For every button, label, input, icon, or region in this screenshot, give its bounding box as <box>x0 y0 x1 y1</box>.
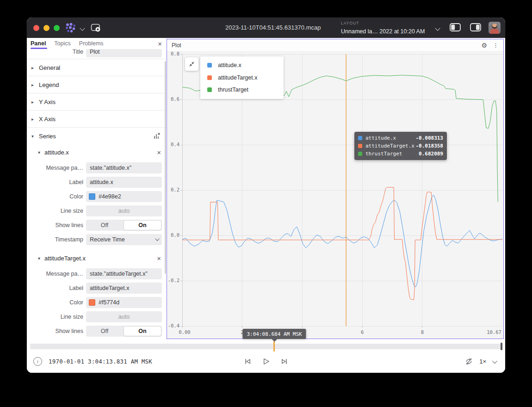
panel-menu-kebab-icon[interactable] <box>493 42 499 49</box>
sidebar-close-icon[interactable] <box>158 40 162 47</box>
chevron-down-icon <box>38 150 44 155</box>
add-panel-icon[interactable] <box>91 23 101 32</box>
y-axis-tick-label: 0.2 <box>171 187 179 192</box>
section-general[interactable]: General <box>27 59 167 76</box>
show-lines-on-button[interactable]: On <box>124 327 161 336</box>
layout-chevron-icon[interactable] <box>435 25 440 31</box>
show-lines-off-button[interactable]: Off <box>86 326 123 337</box>
show-lines-toggle: Off On <box>86 220 162 231</box>
tooltip-swatch <box>358 152 362 156</box>
plot-panel-title: Plot <box>172 42 181 49</box>
line-size-input[interactable] <box>86 311 162 322</box>
x-axis-tick-label: 6 <box>361 329 364 335</box>
legend-swatch <box>207 75 212 80</box>
legend-item-attitude-x[interactable]: attitude.x <box>200 59 284 72</box>
scrubber-hover-marker <box>273 341 275 352</box>
plot-panel-header[interactable]: Plot <box>167 39 503 51</box>
playback-scrubber[interactable] <box>30 344 503 349</box>
current-timestamp[interactable]: 1970-01-01 3:04:13.831 AM MSK <box>49 358 152 365</box>
y-axis-labels: 0.80.60.40.20.0-0.2-0.4 <box>167 54 180 326</box>
chevron-right-icon <box>31 65 38 70</box>
section-y-axis[interactable]: Y Axis <box>27 93 167 110</box>
panel-title-input[interactable] <box>86 49 162 57</box>
message-path-input[interactable] <box>86 162 162 173</box>
sidebar-tab-bar: Panel Topics Problems <box>27 38 167 49</box>
foxglove-logo-icon[interactable] <box>65 23 77 33</box>
section-legend[interactable]: Legend <box>27 76 167 93</box>
tooltip-swatch <box>358 144 362 148</box>
legend-item-thrust-target[interactable]: thrustTarget <box>200 84 284 96</box>
settings-sidebar: Panel Topics Problems Title General Lege… <box>27 38 167 340</box>
remove-series-icon[interactable] <box>157 148 161 156</box>
chevron-down-icon <box>31 134 38 139</box>
show-lines-on-button[interactable]: On <box>124 221 161 230</box>
line-size-row: Line size <box>27 204 167 218</box>
message-path-input[interactable] <box>86 268 162 279</box>
label-input[interactable] <box>86 177 162 188</box>
play-button[interactable] <box>262 357 271 366</box>
series-attitude-x-header[interactable]: attitude.x <box>27 144 167 160</box>
chevron-down-icon <box>38 256 44 261</box>
color-picker[interactable]: #f5774d <box>86 297 162 308</box>
tooltip-row: attitudeTarget.x -0.018358 <box>358 142 443 150</box>
close-window-button[interactable] <box>33 25 39 31</box>
remove-series-icon[interactable] <box>157 254 161 262</box>
legend-swatch <box>207 87 212 92</box>
section-x-axis[interactable]: X Axis <box>27 110 167 127</box>
plot-legend: attitude.x attitudeTarget.x thrustTarget <box>200 56 284 99</box>
layout-selector[interactable]: LAYOUT Unnamed la… 2022 at 10:20 AM <box>341 19 425 35</box>
title-bar: 2023-11-10T04:51:45.631370.mcap LAYOUT U… <box>27 18 505 38</box>
timestamp-select[interactable]: Receive Time <box>86 234 162 245</box>
app-window: 2023-11-10T04:51:45.631370.mcap LAYOUT U… <box>27 18 505 373</box>
layout-eyebrow: LAYOUT <box>341 21 425 25</box>
minimize-window-button[interactable] <box>43 25 49 31</box>
speed-chevron-icon[interactable] <box>492 358 497 363</box>
plot-chart-area[interactable]: 0.80.60.40.20.0-0.2-0.4 0.00246810.67 at… <box>167 51 503 339</box>
sidebar-scroll-area: Title General Legend Y Axis X Axis <box>27 49 167 340</box>
loop-off-icon[interactable] <box>464 357 473 366</box>
legend-item-attitude-target-x[interactable]: attitudeTarget.x <box>200 72 284 84</box>
label-input[interactable] <box>86 283 162 294</box>
scrubber-playhead-marker[interactable] <box>501 343 502 350</box>
seek-backward-button[interactable] <box>243 357 252 366</box>
tooltip-row: thrustTarget 0.682089 <box>358 150 443 158</box>
series-attitude-target-x-header[interactable]: attitudeTarget.x <box>27 250 167 266</box>
playback-controls-row: 1970-01-01 3:04:13.831 AM MSK <box>27 350 505 373</box>
add-series-icon[interactable] <box>153 132 161 140</box>
avatar-face <box>492 24 497 29</box>
chevron-right-icon <box>31 99 38 105</box>
section-series[interactable]: Series <box>27 127 167 144</box>
playback-speed[interactable]: 1× <box>479 358 486 365</box>
sidebar-scrollbar[interactable] <box>165 61 166 274</box>
line-size-row: Line size <box>27 309 167 324</box>
color-swatch <box>89 193 95 200</box>
legend-collapse-button[interactable] <box>185 57 198 71</box>
show-lines-row: Show lines Off On <box>27 218 167 232</box>
tab-panel[interactable]: Panel <box>31 40 46 47</box>
x-axis-tick-label: 8 <box>421 329 424 335</box>
y-axis-tick-label: -0.4 <box>168 323 179 328</box>
playback-right-controls: 1× <box>464 357 499 366</box>
data-source-filename[interactable]: 2023-11-10T04:51:45.631370.mcap <box>225 24 321 31</box>
color-picker[interactable]: #4e98e2 <box>86 191 162 202</box>
transport-controls <box>243 357 289 366</box>
panel-settings-gear-icon[interactable] <box>481 42 487 49</box>
zoom-window-button[interactable] <box>54 25 60 31</box>
left-sidebar-toggle-icon[interactable] <box>450 23 461 31</box>
show-lines-off-button[interactable]: Off <box>86 220 123 231</box>
y-axis-tick-label: 0.8 <box>171 51 179 56</box>
color-row: Color #4e98e2 <box>27 189 167 204</box>
seek-forward-button[interactable] <box>280 357 289 366</box>
avatar-body <box>490 29 499 34</box>
right-sidebar-toggle-icon[interactable] <box>470 23 481 31</box>
line-size-input[interactable] <box>86 205 162 216</box>
data-source-chevron-icon[interactable] <box>80 25 85 31</box>
color-swatch <box>89 299 95 306</box>
legend-swatch <box>207 63 212 68</box>
tab-problems[interactable]: Problems <box>79 40 104 47</box>
tab-topics[interactable]: Topics <box>54 40 70 47</box>
info-icon[interactable] <box>33 357 42 366</box>
y-axis-tick-label: 0.0 <box>171 232 179 238</box>
value-tooltip: attitude.x -0.008313 attitudeTarget.x -0… <box>354 132 447 160</box>
user-avatar[interactable] <box>489 22 501 34</box>
